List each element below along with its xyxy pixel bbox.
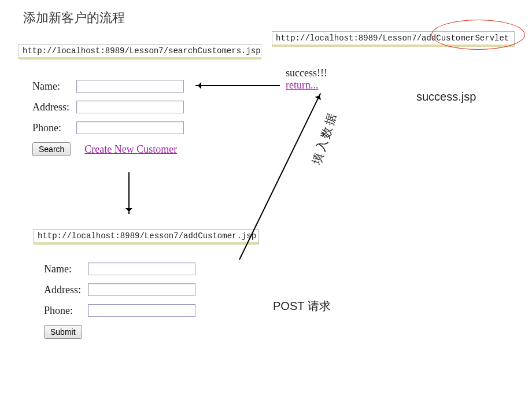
name-label: Name: [32, 80, 76, 93]
create-new-customer-link[interactable]: Create New Customer [84, 143, 177, 156]
success-page: success!!! return... [286, 67, 327, 91]
arrow-add-to-servlet [239, 93, 321, 260]
return-link[interactable]: return... [286, 79, 318, 91]
address-label: Address: [32, 101, 76, 113]
name-field-2[interactable] [88, 263, 195, 275]
address-field[interactable] [76, 101, 184, 113]
highlight-ellipse [431, 20, 525, 50]
add-form: Name: Address: Phone: Submit [44, 263, 195, 339]
name-field[interactable] [76, 80, 184, 93]
phone-label-2: Phone: [44, 305, 88, 317]
search-button[interactable]: Search [32, 142, 71, 156]
arrow-create-to-add [128, 172, 130, 214]
phone-field[interactable] [76, 121, 184, 134]
url-bar-search: http://localhost:8989/Lesson7/searchCust… [19, 44, 261, 60]
label-success-jsp: success.jsp [416, 90, 476, 104]
phone-field-2[interactable] [88, 304, 195, 317]
label-post-request: POST 请求 [273, 298, 331, 314]
success-text: success!!! [286, 67, 327, 79]
name-label-2: Name: [44, 263, 88, 275]
search-form: Name: Address: Phone: Search Create New … [32, 80, 184, 156]
address-label-2: Address: [44, 284, 88, 296]
address-field-2[interactable] [88, 283, 195, 296]
arrow-return-to-search [195, 85, 280, 86]
diagram-title: 添加新客户的流程 [23, 9, 125, 27]
submit-button[interactable]: Submit [44, 325, 82, 339]
url-bar-add: http://localhost:8989/Lesson7/addCustome… [34, 229, 259, 245]
phone-label: Phone: [32, 122, 76, 134]
label-fill-data: 填入数据 [309, 109, 341, 167]
